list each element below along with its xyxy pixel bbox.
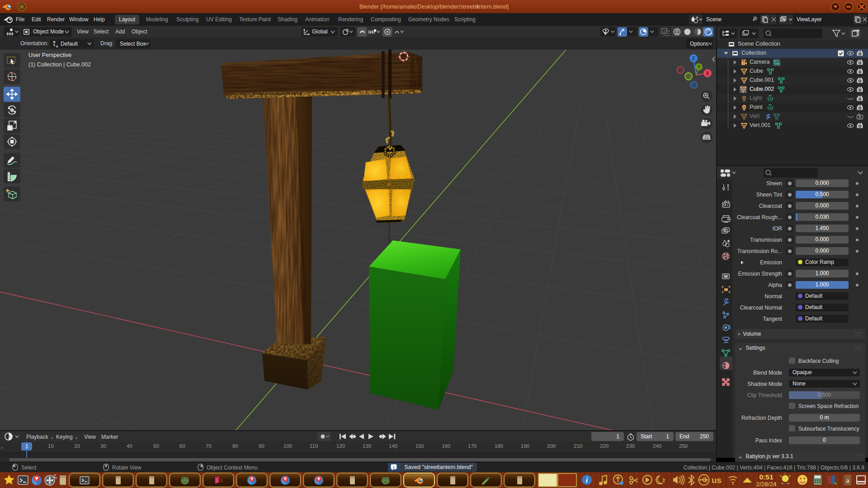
svg-text:❮: ❮ — [712, 56, 716, 62]
svg-text:Y: Y — [698, 65, 701, 70]
svg-text:us: us — [712, 475, 722, 485]
svg-text:User Perspective: User Perspective — [28, 52, 71, 58]
svg-text:(1) Collection | Cube.002: (1) Collection | Cube.002 — [28, 61, 91, 68]
svg-text:i: i — [586, 476, 588, 484]
svg-text:X: X — [706, 71, 709, 76]
svg-text:2/28/24: 2/28/24 — [756, 481, 777, 488]
svg-text:a: a — [846, 477, 849, 484]
svg-text:Z: Z — [692, 56, 695, 61]
svg-text:0:51: 0:51 — [759, 473, 773, 481]
